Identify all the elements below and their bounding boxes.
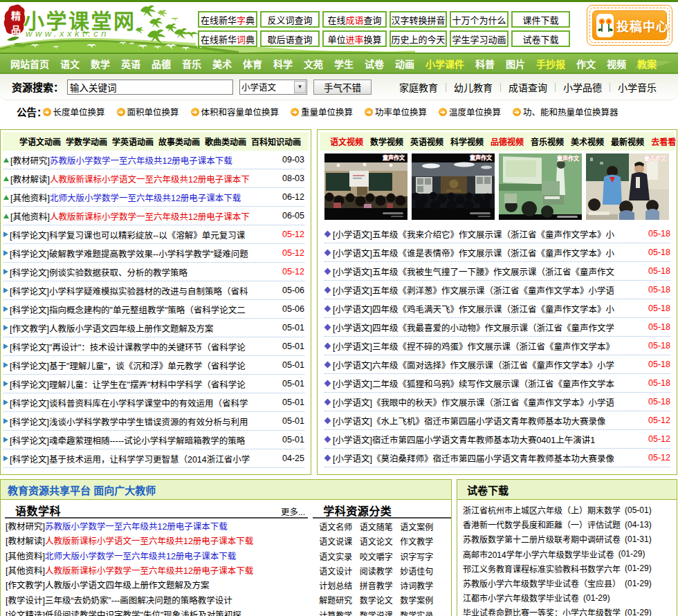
- category-link-妙语佳句[interactable]: 妙语佳句: [400, 565, 434, 579]
- article-link[interactable]: [科学论文]魂牵趣萦理相随-----试论小学科学解暗箱教学的策略: [10, 433, 245, 447]
- article-link[interactable]: [教材解读]人教版新课标小学语文一至六年级共12册电子课本下: [10, 172, 250, 185]
- nav-item-科学[interactable]: 科学: [268, 57, 298, 71]
- quick-link[interactable]: 汉字转换拼音: [390, 11, 447, 28]
- category-link-语文随笔[interactable]: 语文随笔: [360, 521, 394, 535]
- category-link-诗词教学[interactable]: 诗词教学: [400, 579, 434, 594]
- category-link-语文案例[interactable]: 语文案例: [400, 521, 434, 535]
- nav-item-学生[interactable]: 学生: [329, 57, 359, 71]
- header-link-家庭教育[interactable]: 家庭教育: [399, 80, 438, 94]
- nav-item-图片[interactable]: 图片: [500, 57, 531, 71]
- category-link-作文教学[interactable]: 作文教学: [400, 535, 434, 550]
- subject-row[interactable]: [其他资料]人教版新课标小学数学一至六年级共12册电子课本下载: [6, 563, 308, 577]
- search-category-select[interactable]: 小学语文 ▼: [239, 80, 307, 95]
- nav-item-语文[interactable]: 语文: [55, 57, 85, 71]
- category-link-数学论文[interactable]: 数学论文: [360, 594, 394, 608]
- video-thumb-green-classroom[interactable]: 童声作文: [499, 153, 582, 220]
- animation-tab-学数学动画[interactable]: 学数学动画: [66, 136, 107, 147]
- nav-item-视频[interactable]: 视频: [601, 57, 632, 71]
- paper-link[interactable]: 浙江省杭州市上城区六年级（上）期末数学: [463, 504, 621, 516]
- video-tab-美术视频[interactable]: 美术视频: [571, 136, 604, 147]
- quick-link[interactable]: 学生学习动画: [450, 30, 508, 47]
- category-link-数学案例[interactable]: 数学案例: [400, 594, 434, 608]
- article-link[interactable]: [科学论文]基于"理解儿童"，谈《沉和浮》单元教学（省科学论: [10, 359, 246, 372]
- paper-link[interactable]: 江都市小学六年级数学毕业试卷: [463, 592, 579, 604]
- quick-link[interactable]: 在线新华词典: [198, 30, 257, 47]
- subject-row[interactable]: [教学设计]三年级“去奶奶家”---画图解决问题的策略教学设计: [6, 592, 308, 606]
- article-link[interactable]: [小学语文]五年级《剥洋葱》作文展示课（浙江省《童声作文学本》小学语: [333, 283, 614, 297]
- nav-item-作文[interactable]: 作文: [571, 57, 601, 71]
- quick-link[interactable]: 试卷下载: [511, 30, 570, 47]
- notice-link[interactable]: ➜功、能和热量单位换算器: [513, 105, 619, 118]
- article-link[interactable]: [小学语文]五年级《谁是表情帝》作文展示课（浙江省《童声作文学本》小: [333, 246, 614, 259]
- paper-link[interactable]: 香港新一代数学長度和距離（一）评估试题: [463, 519, 621, 530]
- article-link[interactable]: [科学论文]例谈实验数据获取、分析的教学策略: [10, 265, 187, 279]
- article-link[interactable]: [科学论文]谈科普资料库在小学科学课堂中的有效运用（省科学: [10, 396, 248, 409]
- quick-link[interactable]: 十万个为什么: [450, 11, 508, 28]
- video-tab-品德视频[interactable]: 品德视频: [491, 136, 524, 147]
- nav-item-科普[interactable]: 科普: [470, 57, 500, 71]
- header-link-小学音乐[interactable]: 小学音乐: [618, 80, 657, 94]
- nav-item-音乐[interactable]: 音乐: [176, 57, 207, 71]
- header-link-小学品德[interactable]: 小学品德: [563, 80, 602, 94]
- quick-link[interactable]: 课件下载: [511, 11, 570, 28]
- animation-tab-故事类动画[interactable]: 故事类动画: [158, 136, 200, 147]
- article-link[interactable]: [其他资料]人教版新课标小学数学一至六年级共12册电子课本下: [10, 209, 250, 223]
- nav-item-动画[interactable]: 动画: [390, 57, 420, 71]
- article-link[interactable]: [小学语文]宿迁市第四届小学语文青年教师基本功大赛0401上午演讲1: [333, 433, 595, 446]
- video-tab-数学视频[interactable]: 数学视频: [370, 136, 403, 147]
- notice-link[interactable]: ➜温度单位换算: [439, 105, 501, 118]
- nav-item-美术[interactable]: 美术: [207, 57, 237, 71]
- notice-link[interactable]: ➜体积和容量单位换算: [191, 105, 280, 118]
- quick-link[interactable]: 历史上的今天: [390, 30, 447, 47]
- video-thumb-teacher-students[interactable]: 童声作文: [586, 153, 669, 220]
- video-tab-去看看[interactable]: 去看看: [651, 136, 676, 147]
- nav-item-数学[interactable]: 数学: [85, 57, 116, 71]
- category-link-语文设计[interactable]: 语文设计: [319, 565, 354, 579]
- category-link-语文说课[interactable]: 语文说课: [319, 535, 354, 550]
- notice-link[interactable]: ➜面积单位换算: [117, 105, 179, 118]
- quick-link[interactable]: 单位进率换算: [322, 30, 387, 47]
- video-tab-语文视频[interactable]: 语文视频: [330, 136, 363, 147]
- category-link-语文名师[interactable]: 语文名师: [319, 521, 354, 535]
- lucky-button[interactable]: 手气不错: [313, 80, 372, 95]
- article-link[interactable]: [作文教学]人教版小学语文四年级上册作文题解及方案: [10, 321, 213, 335]
- video-thumb-lecture-hall[interactable]: 童声作文: [412, 153, 495, 220]
- nav-item-网站首页[interactable]: 网站首页: [5, 57, 55, 71]
- article-link[interactable]: [小学语文]五年级《我来介绍它》作文展示课（浙江省《童声作文学本》小: [333, 227, 614, 241]
- category-link-数学说课[interactable]: 数学说课: [360, 609, 394, 616]
- paper-link[interactable]: 毕业试卷命题比赛一等奖：小学六年级数学: [463, 606, 621, 616]
- subject-row[interactable]: [论文精选]低段阅读教学中识字教学"失位"现象浅析及对策初探: [6, 607, 308, 616]
- quick-link[interactable]: 在线新华字典: [198, 11, 257, 28]
- quick-link[interactable]: 在线成语查询: [322, 11, 387, 28]
- nav-item-小学课件[interactable]: 小学课件: [420, 57, 470, 71]
- notice-link[interactable]: ➜功率单位换算: [365, 105, 427, 118]
- nav-item-教案[interactable]: 教案: [632, 57, 662, 71]
- subject-row[interactable]: [教材解读]人教版新课标小学语文一至六年级共12册电子课本下载: [6, 533, 308, 548]
- quick-link[interactable]: 反义词查询: [260, 11, 320, 28]
- category-link-识字写字[interactable]: 识字写字: [400, 550, 434, 565]
- article-link[interactable]: [科学论文]浅谈小学科学教学中学生错误资源的有效分析与利用: [10, 415, 248, 428]
- subject-row[interactable]: [作文教学]人教版小学语文四年级上册作文题解及方案: [6, 577, 308, 592]
- category-link-咬文嚼字[interactable]: 咬文嚼字: [360, 550, 394, 565]
- subject-row[interactable]: [其他资料]北师大版小学数学一至六年级共12册电子课本下载: [6, 548, 308, 563]
- notice-link[interactable]: ➜长度单位换算: [43, 105, 105, 118]
- nav-item-体育[interactable]: 体育: [237, 57, 268, 71]
- article-link[interactable]: [科学论文]小学科学疑难模拟实验器材的改进与自制策略（省科: [10, 284, 248, 297]
- article-link[interactable]: [小学语文]二年级《狐狸和乌鸦》续写作文展示课（浙江省《童声作文学本: [333, 377, 614, 390]
- article-link[interactable]: [小学语文]四年级《我最喜爱的小动物》作文展示课（浙江省《童声作文学: [333, 321, 614, 334]
- animation-tab-学英语动画[interactable]: 学英语动画: [112, 136, 154, 147]
- article-link[interactable]: [小学语文]《水上飞机》宿迁市第四届小学语文青年教师基本功大赛录像: [333, 414, 605, 427]
- category-link-语文实录[interactable]: 语文实录: [319, 550, 354, 565]
- article-link[interactable]: [小学语文]四年级《鸡毛满天飞》作文展示课（浙江省《童声作文学本》小: [333, 302, 614, 315]
- article-link[interactable]: [小学语文]六年级《面对选择》作文展示课（浙江省《童声作文学本》小学: [333, 358, 614, 371]
- animation-tab-歌曲类动画[interactable]: 歌曲类动画: [205, 136, 246, 147]
- paper-link[interactable]: 邗江义务教育课程标准实验教科书数学六年: [463, 563, 621, 575]
- nav-item-试卷[interactable]: 试卷: [359, 57, 390, 71]
- nav-item-手抄报[interactable]: 手抄报: [531, 57, 571, 71]
- category-link-拼音教学[interactable]: 拼音教学: [360, 579, 394, 594]
- header-link-成语查询[interactable]: 成语查询: [508, 80, 547, 94]
- paper-link[interactable]: 高邮市2014学年小学六年级数学毕业试卷: [463, 548, 614, 560]
- nav-item-品德[interactable]: 品德: [146, 57, 176, 71]
- category-link-语文论文[interactable]: 语文论文: [360, 535, 394, 550]
- video-tab-最新视频[interactable]: 最新视频: [611, 136, 644, 147]
